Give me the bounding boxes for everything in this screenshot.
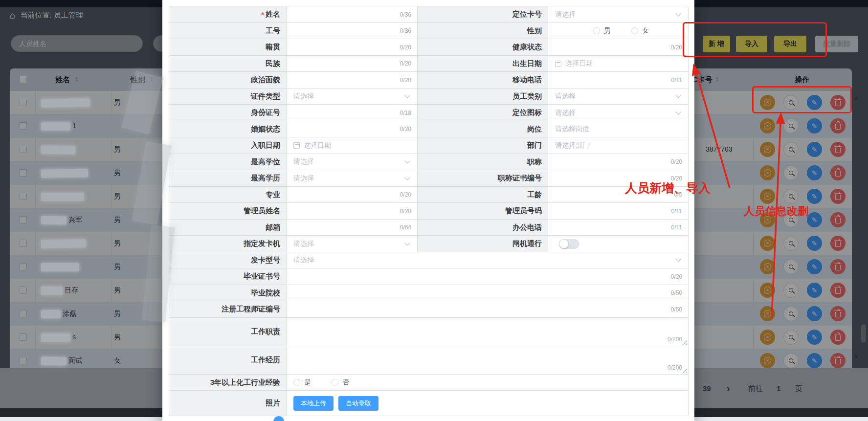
form-field-select[interactable]: 请选择 (287, 154, 418, 170)
form-label-text: 最高学位 (251, 157, 280, 167)
radio-option[interactable]: 女 (631, 26, 649, 35)
char-counter: 0/20 (671, 158, 682, 165)
form-field-input[interactable]: 0/20 (287, 203, 418, 220)
form-field-input[interactable]: 0/36 (287, 23, 418, 39)
form-label: 职称 (418, 154, 548, 170)
chevron-down-icon (404, 92, 410, 98)
form-field-input[interactable]: 0/20 (287, 56, 418, 72)
form-field-input[interactable]: 0/50 (287, 285, 689, 301)
form-label-text: 证件类型 (251, 92, 280, 101)
chevron-down-icon (404, 240, 410, 245)
char-counter: 0/36 (400, 27, 411, 34)
form-field-select[interactable]: 请选择 (548, 105, 689, 121)
form-field-input[interactable]: 0/20 (287, 268, 689, 285)
form-label-text: 身份证号 (251, 108, 280, 117)
form-field-date[interactable]: 选择日期 (548, 56, 689, 72)
field-placeholder: 请选择 (293, 92, 314, 101)
camera-button-clipped[interactable] (273, 416, 284, 421)
form-field-radios[interactable]: 是否 (287, 375, 689, 391)
form-label: 婚姻状态 (169, 121, 287, 137)
censor-block (41, 239, 86, 248)
form-label: 工作经历 (169, 346, 287, 375)
form-field-input[interactable]: 0/20 (548, 154, 689, 170)
form-field-input[interactable]: 0/20 (287, 72, 418, 89)
radio-option[interactable]: 否 (332, 378, 349, 387)
form-field-input[interactable]: 0/64 (287, 220, 418, 236)
form-field-photo[interactable]: 本地上传自动录取 (287, 391, 689, 416)
form-label: 证件类型 (169, 89, 287, 105)
form-label: 定位图标 (418, 105, 548, 121)
form-label-text: 工作经历 (251, 355, 280, 365)
resize-handle[interactable] (682, 340, 687, 345)
form-field-textarea[interactable]: 0/200 (287, 318, 689, 346)
chevron-down-icon (404, 175, 410, 180)
form-label: 发卡型号 (169, 252, 287, 268)
form-field-select[interactable]: 请选择 (287, 170, 418, 187)
form-label-text: 注册工程师证编号 (222, 305, 280, 314)
form-field-input[interactable]: 0/36 (287, 6, 418, 23)
form-label: 工作职责 (169, 318, 287, 346)
char-counter: 0/36 (400, 11, 411, 18)
form-label: 籍贯 (169, 39, 287, 56)
form-field-text[interactable]: 请选择岗位 (548, 121, 689, 137)
form-field-input[interactable]: 0/20 (287, 187, 418, 203)
field-placeholder: 请选择岗位 (555, 125, 589, 133)
form-field-select[interactable]: 请选择 (548, 89, 689, 105)
form-field-select[interactable]: 请选择 (287, 89, 418, 105)
field-placeholder: 请选择 (555, 92, 576, 101)
form-field-input[interactable]: 0/20 (287, 39, 418, 56)
form-field-select[interactable]: 请选择 (548, 6, 689, 23)
form-field-textarea[interactable]: 0/200 (287, 346, 689, 375)
form-label-text: 办公电话 (512, 223, 542, 232)
form-label-text: 邮箱 (266, 223, 280, 232)
form-label-text: 籍贯 (266, 43, 280, 52)
screen: ⌂ 当前位置: 员工管理 新 增导入导出批量删除 姓名▲▼性别▲▼IC卡号▲▼操… (0, 0, 868, 421)
upload-local-button[interactable]: 本地上传 (293, 396, 334, 411)
form-label: 毕业证书号 (169, 268, 287, 285)
radio-circle-icon (593, 27, 600, 34)
form-label: 民族 (169, 56, 287, 72)
char-counter: 0/20 (400, 77, 411, 84)
char-counter: 0/20 (400, 126, 411, 133)
form-field-input[interactable]: 0/11 (548, 220, 689, 236)
field-placeholder: 请选择 (293, 157, 314, 166)
form-field-input[interactable]: 0/20 (548, 39, 689, 56)
field-placeholder: 选择日期 (565, 59, 593, 68)
radio-circle-icon (332, 379, 338, 386)
form-field-input[interactable]: 0/18 (287, 105, 418, 121)
form-label-text: 定位卡号 (512, 10, 542, 19)
form-field-toggle[interactable] (548, 236, 689, 252)
form-label-text: 姓名 (266, 10, 280, 19)
form-label: 毕业院校 (169, 285, 287, 301)
form-label-text: 工号 (266, 26, 280, 36)
form-field-radios[interactable]: 男女 (548, 23, 689, 39)
form-label-text: 专业 (266, 190, 280, 199)
char-counter: 0/18 (400, 110, 411, 116)
form-label: 性别 (418, 23, 548, 39)
form-field-text[interactable]: 请选择部门 (548, 137, 689, 154)
form-field-input[interactable]: 0/11 (548, 72, 689, 89)
radio-option[interactable]: 是 (293, 378, 311, 387)
field-placeholder: 选择日期 (304, 141, 331, 150)
form-label: 最高学位 (169, 154, 287, 170)
form-field-input[interactable]: 0/50 (287, 301, 689, 318)
censor-block (41, 263, 79, 271)
radio-option[interactable]: 男 (593, 26, 611, 35)
censor-block (41, 357, 67, 366)
form-field-select[interactable]: 请选择 (287, 236, 418, 252)
char-counter: 0/20 (400, 208, 411, 215)
form-field-select[interactable]: 请选择 (287, 252, 689, 268)
form-field-input[interactable]: 0/20 (287, 121, 418, 137)
radio-label: 女 (642, 26, 649, 35)
form-label-text: 职称证书编号 (498, 174, 542, 183)
form-field-date[interactable]: 选择日期 (287, 137, 418, 154)
resize-handle[interactable] (682, 368, 687, 373)
char-counter: 0/11 (671, 224, 682, 231)
form-label: 员工类别 (418, 89, 548, 105)
form-field-input[interactable]: 0/11 (548, 203, 689, 220)
auto-capture-button[interactable]: 自动录取 (338, 396, 378, 411)
form-label-text: 发卡型号 (251, 256, 280, 265)
form-label-text: 毕业院校 (251, 288, 280, 298)
form-label-text: 照片 (266, 399, 280, 408)
gate-pass-toggle[interactable] (559, 239, 579, 249)
